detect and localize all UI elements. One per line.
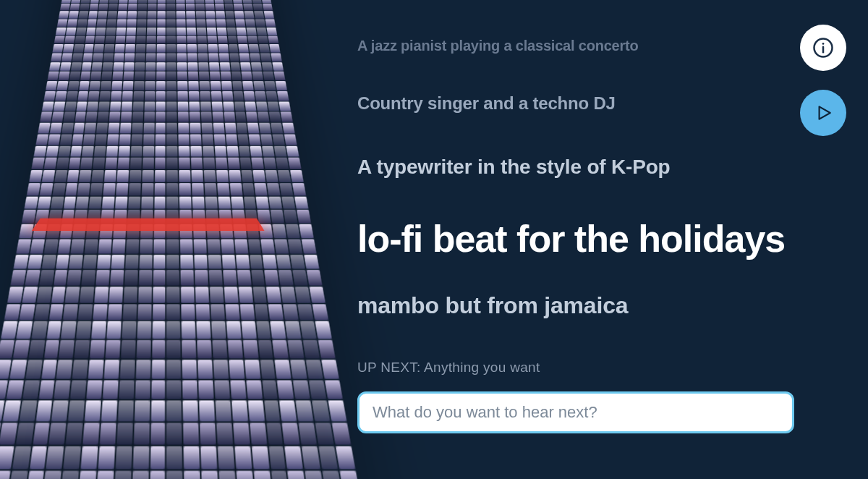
info-button[interactable] — [800, 25, 846, 71]
prompt-suggestion-2[interactable]: A typewriter in the style of K-Pop — [357, 156, 825, 179]
prompt-input[interactable] — [357, 391, 794, 433]
up-next-label: UP NEXT: Anything you want — [357, 360, 825, 376]
prompt-current[interactable]: lo-fi beat for the holidays — [357, 219, 825, 259]
play-button[interactable] — [800, 90, 846, 136]
scan-plane — [32, 219, 265, 231]
prompt-input-wrap — [357, 391, 794, 433]
svg-point-2 — [822, 43, 825, 45]
svg-marker-3 — [820, 106, 830, 119]
prompt-column: A jazz pianist playing a classical conce… — [357, 38, 825, 433]
prompt-suggestion-1[interactable]: Country singer and a techno DJ — [357, 93, 825, 114]
app-stage: A jazz pianist playing a classical conce… — [0, 0, 868, 479]
info-icon — [812, 37, 834, 59]
prompt-suggestion-4[interactable]: mambo but from jamaica — [357, 292, 825, 319]
spectrogram-visualizer — [0, 0, 333, 479]
top-right-controls — [800, 25, 846, 136]
prompt-suggestion-0[interactable]: A jazz pianist playing a classical conce… — [357, 38, 825, 54]
play-icon — [814, 103, 833, 122]
